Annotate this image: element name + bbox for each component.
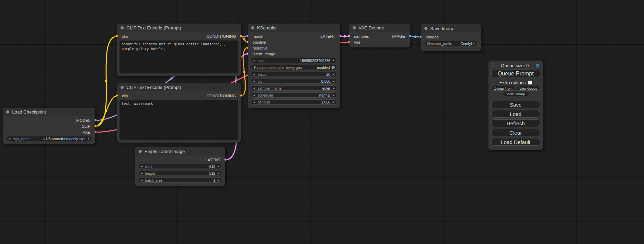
prompt-textarea[interactable]: beautiful scenery nature glass bottle la…	[120, 40, 238, 73]
view-queue-button[interactable]: View Queue	[517, 86, 540, 91]
node-title-bar[interactable]: CLIP Text Encode (Prompt)	[117, 83, 241, 91]
decrement-arrow-icon[interactable]: ◀	[253, 73, 255, 75]
node-title-bar[interactable]: CLIP Text Encode (Prompt)	[117, 24, 241, 32]
settings-gear-icon[interactable]: ⚙	[536, 63, 540, 68]
port-latent-output[interactable]	[224, 158, 227, 161]
widget-ckpt-name[interactable]: ◀ ckpt_name v1-5-pruned-emaonly.ckpt ▶	[6, 136, 92, 141]
node-vae-decode[interactable]: VAE Decode samples IMAGE vae	[349, 24, 410, 47]
graph-canvas[interactable]: Load Checkpoint MODEL CLIP VAE	[0, 0, 644, 244]
node-save-image[interactable]: Save Image images filename_prefix ComfyU…	[421, 24, 481, 51]
decrement-arrow-icon[interactable]: ◀	[8, 137, 10, 140]
widget-batch-size[interactable]: ◀ batch_size 1 ▶	[138, 178, 222, 183]
increment-arrow-icon[interactable]: ▶	[333, 73, 335, 75]
increment-arrow-icon[interactable]: ▶	[218, 165, 220, 168]
load-button[interactable]: Load	[491, 110, 540, 118]
port-image-output[interactable]	[409, 35, 412, 37]
input-slot-images: images	[421, 34, 439, 40]
port-positive-input[interactable]	[246, 40, 249, 43]
prompt-textarea[interactable]: text, watermark	[120, 100, 238, 140]
node-title-bar[interactable]: VAE Decode	[349, 24, 410, 32]
save-button[interactable]: Save	[491, 101, 540, 108]
port-vae-input[interactable]	[347, 40, 350, 43]
increment-arrow-icon[interactable]: ▶	[88, 137, 90, 140]
widget-filename-prefix[interactable]: filename_prefix ComfyUI	[424, 41, 478, 46]
load-default-button[interactable]: Load Default	[491, 138, 540, 146]
link-midpoint-dot[interactable]	[105, 110, 107, 112]
node-collapse-dot[interactable]	[121, 86, 124, 89]
decrement-arrow-icon[interactable]: ◀	[253, 87, 255, 89]
clear-button[interactable]: Clear	[491, 129, 540, 136]
decrement-arrow-icon[interactable]: ◀	[253, 94, 255, 96]
queue-prompt-button[interactable]: Queue Prompt	[491, 70, 540, 78]
increment-arrow-icon[interactable]: ▶	[333, 87, 335, 89]
slot-label: model	[253, 34, 263, 38]
widget-steps[interactable]: ◀ steps 20 ▶	[251, 72, 337, 77]
decrement-arrow-icon[interactable]: ◀	[253, 101, 255, 103]
extra-options-checkbox[interactable]	[528, 81, 532, 84]
output-slot-model: MODEL	[76, 117, 95, 123]
refresh-button[interactable]: Refresh	[491, 119, 540, 127]
slot-label: positive	[253, 40, 266, 44]
node-empty-latent-image[interactable]: Empty Latent Image LATENT ◀ width 512 ▶ …	[135, 147, 225, 186]
widget-width[interactable]: ◀ width 512 ▶	[138, 164, 222, 169]
queue-front-button[interactable]: Queue Front	[491, 86, 515, 91]
node-clip-text-encode-positive[interactable]: CLIP Text Encode (Prompt) clip CONDITION…	[117, 24, 241, 76]
port-conditioning-output[interactable]	[240, 35, 242, 37]
link-midpoint-dot[interactable]	[170, 77, 173, 80]
widget-label: Random seed after every gen	[254, 65, 302, 70]
node-title-bar[interactable]: Empty Latent Image	[135, 147, 225, 155]
widget-denoise[interactable]: ◀ denoise 1.000 ▶	[251, 99, 337, 105]
node-collapse-dot[interactable]	[424, 27, 427, 30]
increment-arrow-icon[interactable]: ▶	[333, 101, 335, 103]
node-title-bar[interactable]: Save Image	[421, 24, 481, 33]
port-latent-image-input[interactable]	[246, 52, 249, 55]
link-midpoint-dot[interactable]	[243, 38, 246, 40]
widget-sampler-name[interactable]: ◀ sampler_name euler ▶	[251, 85, 337, 91]
drag-handle-icon[interactable]: ⠿	[491, 63, 494, 68]
node-title-bar[interactable]: Load Checkpoint	[3, 108, 95, 116]
port-vae-output[interactable]	[94, 130, 97, 133]
toggle-knob[interactable]	[332, 66, 335, 69]
node-load-checkpoint[interactable]: Load Checkpoint MODEL CLIP VAE	[3, 108, 95, 144]
node-collapse-dot[interactable]	[251, 26, 254, 29]
view-history-button[interactable]: View History	[503, 92, 529, 96]
decrement-arrow-icon[interactable]: ◀	[141, 165, 142, 168]
queue-menu-panel[interactable]: ⠿ Queue size: 0 ⚙ Queue Prompt Extra opt…	[488, 61, 543, 150]
increment-arrow-icon[interactable]: ▶	[333, 80, 335, 82]
node-title-bar[interactable]: KSampler	[248, 24, 340, 32]
link-midpoint-dot[interactable]	[105, 80, 107, 83]
port-clip-output[interactable]	[94, 125, 97, 127]
node-body: clip CONDITIONING text, watermark	[117, 91, 241, 143]
port-clip-input[interactable]	[115, 94, 118, 97]
port-images-input[interactable]	[419, 35, 422, 38]
increment-arrow-icon[interactable]: ▶	[333, 94, 335, 96]
link-midpoint-dot[interactable]	[414, 36, 417, 38]
port-samples-input[interactable]	[347, 35, 350, 37]
increment-arrow-icon[interactable]: ▶	[218, 172, 220, 174]
decrement-arrow-icon[interactable]: ◀	[141, 179, 142, 181]
widget-scheduler[interactable]: ◀ scheduler normal ▶	[251, 92, 337, 98]
decrement-arrow-icon[interactable]: ◀	[253, 59, 255, 62]
widget-random-seed-toggle[interactable]: Random seed after every gen enabled	[251, 65, 337, 70]
link-midpoint-dot[interactable]	[344, 35, 346, 38]
node-clip-text-encode-negative[interactable]: CLIP Text Encode (Prompt) clip CONDITION…	[117, 83, 241, 143]
node-collapse-dot[interactable]	[121, 26, 124, 29]
node-collapse-dot[interactable]	[139, 150, 142, 153]
port-model-output[interactable]	[94, 119, 97, 121]
widget-height[interactable]: ◀ height 512 ▶	[138, 171, 222, 176]
decrement-arrow-icon[interactable]: ◀	[253, 80, 255, 82]
node-collapse-dot[interactable]	[6, 110, 9, 114]
widget-seed[interactable]: ◀ seed 156680208700286 ▶	[251, 58, 337, 63]
link-midpoint-dot[interactable]	[243, 71, 246, 73]
port-negative-input[interactable]	[246, 46, 249, 49]
node-collapse-dot[interactable]	[353, 26, 356, 29]
port-model-input[interactable]	[246, 35, 249, 37]
increment-arrow-icon[interactable]: ▶	[218, 179, 220, 181]
port-clip-input[interactable]	[115, 35, 118, 37]
increment-arrow-icon[interactable]: ▶	[333, 59, 335, 62]
port-conditioning-output[interactable]	[240, 94, 242, 97]
decrement-arrow-icon[interactable]: ◀	[141, 172, 142, 174]
node-ksampler[interactable]: KSampler model LATENT positive	[248, 24, 340, 108]
port-latent-output[interactable]	[339, 35, 342, 37]
widget-cfg[interactable]: ◀ cfg 8.000 ▶	[251, 79, 337, 84]
